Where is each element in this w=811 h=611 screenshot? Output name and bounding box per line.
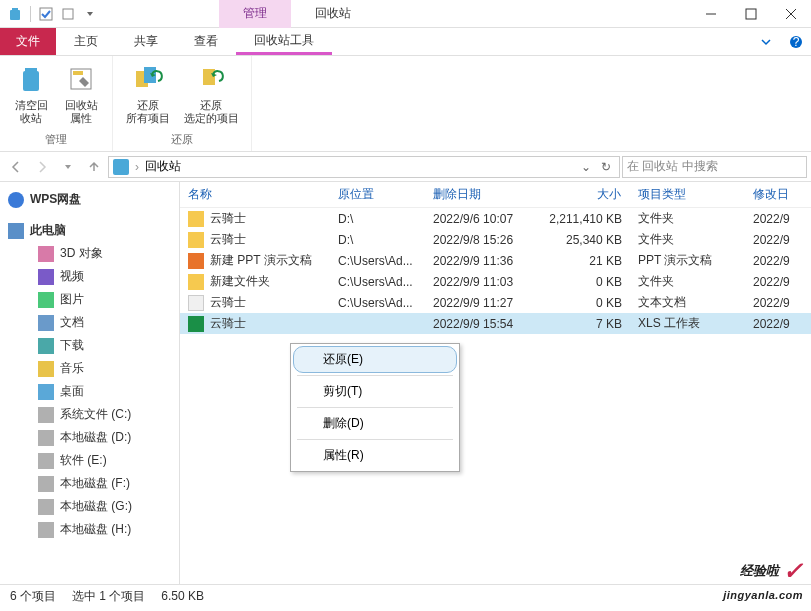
file-date: 2022/9/9 11:27	[425, 296, 540, 310]
bin-props-label: 回收站 属性	[65, 99, 98, 125]
recycle-bin-icon	[6, 5, 24, 23]
sidebar-item-drive-e[interactable]: 软件 (E:)	[0, 449, 179, 472]
svg-rect-16	[203, 69, 215, 85]
dropdown-icon[interactable]	[81, 5, 99, 23]
sidebar-item-drive-g[interactable]: 本地磁盘 (G:)	[0, 495, 179, 518]
sidebar-label: 下载	[60, 337, 84, 354]
menu-bar: 文件 主页 共享 查看 回收站工具 ?	[0, 28, 811, 56]
col-name[interactable]: 名称	[180, 186, 330, 203]
close-button[interactable]	[771, 0, 811, 28]
svg-rect-10	[23, 71, 39, 91]
sidebar-item-documents[interactable]: 文档	[0, 311, 179, 334]
recycle-tools-tab[interactable]: 回收站工具	[236, 28, 332, 55]
svg-rect-13	[73, 71, 83, 75]
file-name: 云骑士	[210, 231, 246, 248]
svg-rect-0	[10, 10, 20, 20]
ctx-separator	[297, 407, 453, 408]
sidebar-label: 3D 对象	[60, 245, 103, 262]
video-icon	[38, 269, 54, 285]
nav-bar: › 回收站 ⌄ ↻ 在 回收站 中搜索	[0, 152, 811, 182]
minimize-button[interactable]	[691, 0, 731, 28]
drive-icon	[38, 522, 54, 538]
tab-manage[interactable]: 管理	[219, 0, 291, 28]
ctx-properties[interactable]: 属性(R)	[293, 442, 457, 469]
address-dropdown-icon[interactable]: ⌄	[581, 160, 591, 174]
file-rows: 云骑士 D:\ 2022/9/6 10:07 2,211,410 KB 文件夹 …	[180, 208, 811, 584]
ctx-restore[interactable]: 还原(E)	[293, 346, 457, 373]
col-type[interactable]: 项目类型	[630, 186, 745, 203]
watermark-url: jingyanla.com	[723, 589, 803, 601]
sidebar-item-drive-d[interactable]: 本地磁盘 (D:)	[0, 426, 179, 449]
sidebar-item-pc[interactable]: 此电脑	[0, 219, 179, 242]
ribbon: 清空回 收站 回收站 属性 管理 还原 所有项目 还原 选定的项目 还原	[0, 56, 811, 152]
svg-rect-1	[12, 8, 18, 10]
up-button[interactable]	[82, 155, 106, 179]
properties-icon[interactable]	[59, 5, 77, 23]
sidebar-item-drive-c[interactable]: 系统文件 (C:)	[0, 403, 179, 426]
view-tab[interactable]: 查看	[176, 28, 236, 55]
sidebar-label: 本地磁盘 (H:)	[60, 521, 131, 538]
col-location[interactable]: 原位置	[330, 186, 425, 203]
file-row[interactable]: 云骑士 D:\ 2022/9/6 10:07 2,211,410 KB 文件夹 …	[180, 208, 811, 229]
back-button[interactable]	[4, 155, 28, 179]
forward-button[interactable]	[30, 155, 54, 179]
sidebar-item-drive-h[interactable]: 本地磁盘 (H:)	[0, 518, 179, 541]
title-bar: 管理 回收站	[0, 0, 811, 28]
restore-selected-button[interactable]: 还原 选定的项目	[177, 58, 245, 130]
empty-bin-button[interactable]: 清空回 收站	[6, 58, 56, 130]
recent-dropdown[interactable]	[56, 155, 80, 179]
title-tabs: 管理 回收站	[219, 0, 375, 28]
search-input[interactable]: 在 回收站 中搜索	[622, 156, 807, 178]
col-modified[interactable]: 修改日	[745, 186, 811, 203]
file-row-selected[interactable]: 云骑士 2022/9/9 15:54 7 KB XLS 工作表 2022/9	[180, 313, 811, 334]
ribbon-group-manage: 清空回 收站 回收站 属性 管理	[0, 56, 113, 151]
ppt-icon	[188, 253, 204, 269]
restore-selected-label: 还原 选定的项目	[184, 99, 239, 125]
sidebar-item-downloads[interactable]: 下载	[0, 334, 179, 357]
file-date: 2022/9/6 10:07	[425, 212, 540, 226]
breadcrumb-sep[interactable]: ›	[135, 160, 139, 174]
checkbox-checked-icon[interactable]	[37, 5, 55, 23]
sidebar-item-desktop[interactable]: 桌面	[0, 380, 179, 403]
download-icon	[38, 338, 54, 354]
bin-props-button[interactable]: 回收站 属性	[56, 58, 106, 130]
sidebar-item-3d[interactable]: 3D 对象	[0, 242, 179, 265]
share-tab[interactable]: 共享	[116, 28, 176, 55]
help-icon[interactable]: ?	[781, 28, 811, 55]
restore-all-button[interactable]: 还原 所有项目	[119, 58, 177, 130]
file-row[interactable]: 新建文件夹 C:\Users\Ad... 2022/9/9 11:03 0 KB…	[180, 271, 811, 292]
file-menu[interactable]: 文件	[0, 28, 56, 55]
ctx-cut[interactable]: 剪切(T)	[293, 378, 457, 405]
ctx-delete[interactable]: 删除(D)	[293, 410, 457, 437]
col-deleted-date[interactable]: 删除日期	[425, 186, 540, 203]
address-bar[interactable]: › 回收站 ⌄ ↻	[108, 156, 620, 178]
sidebar-item-drive-f[interactable]: 本地磁盘 (F:)	[0, 472, 179, 495]
text-icon	[188, 295, 204, 311]
file-row[interactable]: 云骑士 C:\Users\Ad... 2022/9/9 11:27 0 KB 文…	[180, 292, 811, 313]
restore-all-label: 还原 所有项目	[126, 99, 170, 125]
maximize-button[interactable]	[731, 0, 771, 28]
status-selected-count: 选中 1 个项目	[72, 588, 145, 605]
group-label-manage: 管理	[6, 130, 106, 149]
separator	[30, 6, 31, 22]
sidebar: WPS网盘 此电脑 3D 对象 视频 图片 文档 下载 音乐 桌面 系统文件 (…	[0, 182, 180, 584]
file-size: 2,211,410 KB	[540, 212, 630, 226]
refresh-icon[interactable]: ↻	[597, 160, 615, 174]
sidebar-item-music[interactable]: 音乐	[0, 357, 179, 380]
home-tab[interactable]: 主页	[56, 28, 116, 55]
help-dropdown[interactable]	[751, 28, 781, 55]
col-size[interactable]: 大小	[540, 186, 630, 203]
sidebar-item-wps[interactable]: WPS网盘	[0, 188, 179, 211]
file-modified: 2022/9	[745, 317, 811, 331]
search-placeholder: 在 回收站 中搜索	[627, 158, 718, 175]
tab-recycle-bin[interactable]: 回收站	[291, 0, 375, 28]
file-date: 2022/9/9 11:03	[425, 275, 540, 289]
address-text[interactable]: 回收站	[145, 158, 181, 175]
sidebar-item-pictures[interactable]: 图片	[0, 288, 179, 311]
drive-icon	[38, 453, 54, 469]
file-modified: 2022/9	[745, 296, 811, 310]
file-row[interactable]: 云骑士 D:\ 2022/9/8 15:26 25,340 KB 文件夹 202…	[180, 229, 811, 250]
file-row[interactable]: 新建 PPT 演示文稿 C:\Users\Ad... 2022/9/9 11:3…	[180, 250, 811, 271]
sidebar-item-video[interactable]: 视频	[0, 265, 179, 288]
sidebar-label: 视频	[60, 268, 84, 285]
